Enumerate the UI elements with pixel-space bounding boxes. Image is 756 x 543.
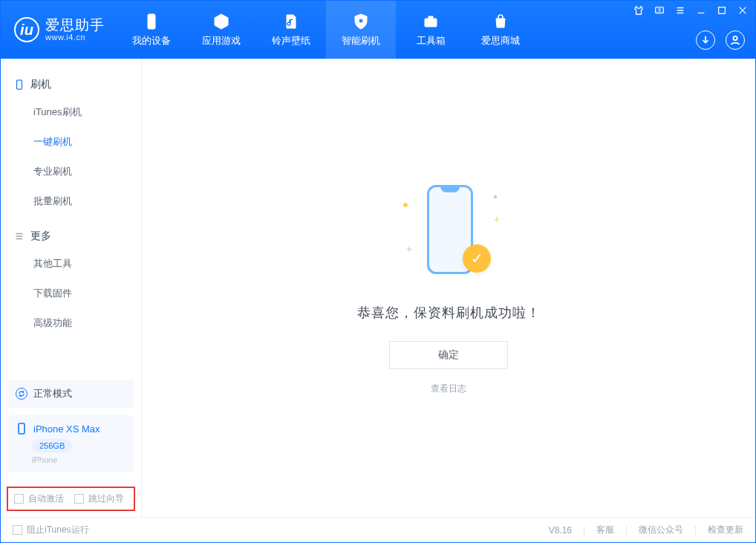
header-right-buttons — [696, 30, 745, 50]
svg-rect-3 — [428, 16, 433, 19]
success-panel: ✓ + + 恭喜您，保资料刷机成功啦！ 确定 查看日志 — [357, 181, 541, 395]
auto-activate-label: 自动激活 — [28, 492, 64, 505]
list-icon — [14, 231, 25, 241]
svg-rect-8 — [19, 423, 25, 434]
view-log-link[interactable]: 查看日志 — [431, 383, 466, 395]
logo-text: 爱思助手 www.i4.cn — [45, 18, 105, 42]
svg-rect-2 — [425, 19, 437, 27]
cube-icon — [212, 12, 231, 31]
ok-button[interactable]: 确定 — [389, 341, 508, 369]
device-outline-icon — [14, 79, 25, 90]
nav-toolbox[interactable]: 工具箱 — [396, 1, 466, 59]
sidebar-group-flash: 刷机 — [1, 72, 141, 97]
device-icon — [16, 423, 27, 435]
shield-gear-icon — [351, 12, 371, 31]
nav-device-label: 我的设备 — [132, 34, 171, 48]
header: iu 爱思助手 www.i4.cn 我的设备 应用游戏 铃声壁纸 智能刷机 — [1, 1, 755, 59]
menu-icon[interactable] — [675, 5, 685, 16]
sparkle-icon — [494, 195, 497, 198]
app-logo-icon: iu — [14, 17, 39, 42]
sidebar-item-download-fw[interactable]: 下载固件 — [1, 279, 141, 308]
nav-ringtone-label: 铃声壁纸 — [272, 34, 310, 48]
svg-rect-7 — [17, 80, 22, 89]
support-link[interactable]: 客服 — [596, 524, 614, 536]
download-button[interactable] — [696, 30, 715, 50]
options-highlight-box: 自动激活 跳过向导 — [7, 487, 135, 511]
titlebar-controls — [633, 5, 748, 16]
nav-apps[interactable]: 应用游戏 — [186, 1, 256, 59]
sidebar-bottom: 正常模式 iPhone XS Max 256GB iPhone — [1, 380, 141, 479]
checkbox-skip-guide[interactable]: 跳过向导 — [74, 492, 124, 505]
device-capacity: 256GB — [32, 439, 72, 452]
device-card[interactable]: iPhone XS Max 256GB iPhone — [8, 415, 134, 472]
refresh-icon — [16, 388, 27, 400]
user-button[interactable] — [726, 30, 745, 50]
svg-point-1 — [359, 19, 363, 23]
svg-point-6 — [733, 36, 737, 40]
success-illustration: ✓ + + — [393, 181, 504, 284]
checkbox-box-icon — [74, 494, 84, 504]
logo-area: iu 爱思助手 www.i4.cn — [1, 1, 117, 59]
check-update-link[interactable]: 检查更新 — [708, 524, 743, 536]
svg-rect-5 — [719, 7, 726, 14]
device-type: iPhone — [32, 455, 126, 464]
mode-label: 正常模式 — [33, 387, 72, 400]
mode-card[interactable]: 正常模式 — [8, 380, 134, 408]
sidebar-group-flash-label: 刷机 — [30, 78, 51, 91]
checkbox-box-icon — [14, 494, 24, 504]
sidebar-item-itunes-flash[interactable]: iTunes刷机 — [1, 97, 141, 127]
sidebar-item-advanced[interactable]: 高级功能 — [1, 308, 141, 338]
close-button[interactable] — [737, 5, 748, 16]
checkbox-auto-activate[interactable]: 自动激活 — [14, 492, 64, 505]
maximize-button[interactable] — [717, 5, 727, 16]
svg-rect-4 — [656, 7, 664, 13]
main-content: ✓ + + 恭喜您，保资料刷机成功啦！ 确定 查看日志 — [142, 59, 755, 517]
checkmark-badge-icon: ✓ — [463, 244, 491, 273]
divider — [695, 526, 696, 535]
sidebar-item-batch-flash[interactable]: 批量刷机 — [1, 186, 141, 216]
nav-flash[interactable]: 智能刷机 — [326, 1, 396, 59]
sidebar: 刷机 iTunes刷机 一键刷机 专业刷机 批量刷机 更多 其他工具 下载固件 … — [1, 59, 142, 517]
divider — [584, 526, 584, 535]
nav-device[interactable]: 我的设备 — [117, 1, 186, 59]
sidebar-item-pro-flash[interactable]: 专业刷机 — [1, 157, 141, 186]
phone-icon — [142, 12, 161, 31]
skip-guide-label: 跳过向导 — [88, 492, 124, 505]
footer-right: V8.16 客服 微信公众号 检查更新 — [549, 524, 743, 536]
toolbox-icon — [421, 12, 440, 31]
nav-store[interactable]: 爱思商城 — [466, 1, 535, 59]
app-title: 爱思助手 — [45, 18, 105, 33]
body: 刷机 iTunes刷机 一键刷机 专业刷机 批量刷机 更多 其他工具 下载固件 … — [1, 59, 755, 517]
checkbox-box-icon — [13, 525, 22, 535]
sparkle-icon: + — [494, 213, 500, 225]
sidebar-item-other-tools[interactable]: 其他工具 — [1, 249, 141, 279]
sparkle-icon: + — [406, 243, 412, 255]
checkbox-block-itunes[interactable]: 阻止iTunes运行 — [13, 524, 89, 536]
version-label: V8.16 — [549, 525, 572, 536]
app-subtitle: www.i4.cn — [45, 33, 105, 42]
minimize-button[interactable] — [696, 5, 706, 16]
sidebar-group-more-label: 更多 — [30, 230, 51, 243]
bag-icon — [491, 12, 510, 31]
nav-store-label: 爱思商城 — [481, 34, 520, 48]
music-file-icon — [281, 12, 301, 31]
sidebar-group-more: 更多 — [1, 224, 141, 249]
wechat-link[interactable]: 微信公众号 — [639, 524, 683, 536]
nav-toolbox-label: 工具箱 — [417, 34, 446, 48]
sidebar-item-one-click-flash[interactable]: 一键刷机 — [1, 127, 141, 157]
sparkle-icon — [403, 203, 408, 207]
nav-flash-label: 智能刷机 — [342, 34, 380, 48]
divider — [626, 526, 627, 535]
nav-apps-label: 应用游戏 — [202, 34, 241, 48]
sidebar-scroll: 刷机 iTunes刷机 一键刷机 专业刷机 批量刷机 更多 其他工具 下载固件 … — [1, 59, 141, 380]
top-nav: 我的设备 应用游戏 铃声壁纸 智能刷机 工具箱 爱思商城 — [117, 1, 535, 59]
success-message: 恭喜您，保资料刷机成功啦！ — [357, 304, 541, 322]
nav-ringtone[interactable]: 铃声壁纸 — [256, 1, 326, 59]
footer: 阻止iTunes运行 V8.16 客服 微信公众号 检查更新 — [1, 517, 755, 542]
tshirt-icon[interactable] — [633, 5, 644, 16]
svg-rect-0 — [148, 14, 155, 29]
app-window: iu 爱思助手 www.i4.cn 我的设备 应用游戏 铃声壁纸 智能刷机 — [0, 0, 756, 543]
device-name: iPhone XS Max — [33, 423, 100, 435]
block-itunes-label: 阻止iTunes运行 — [27, 524, 89, 536]
feedback-icon[interactable] — [654, 5, 665, 16]
